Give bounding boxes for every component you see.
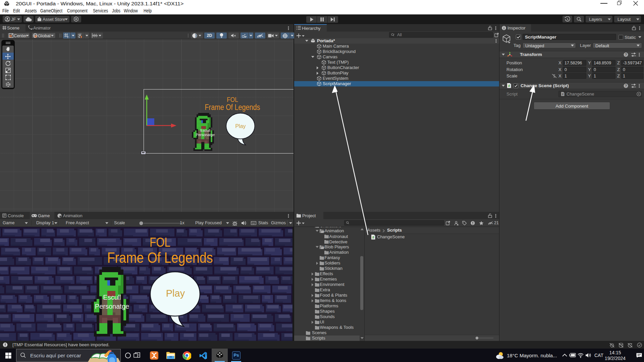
svg-text:#: # <box>508 84 510 88</box>
svg-text:Y: Y <box>67 36 69 39</box>
svg-text:?: ? <box>625 53 627 57</box>
svg-text:#: # <box>372 236 374 239</box>
svg-text:?: ? <box>625 84 627 88</box>
svg-text:#: # <box>562 93 564 96</box>
